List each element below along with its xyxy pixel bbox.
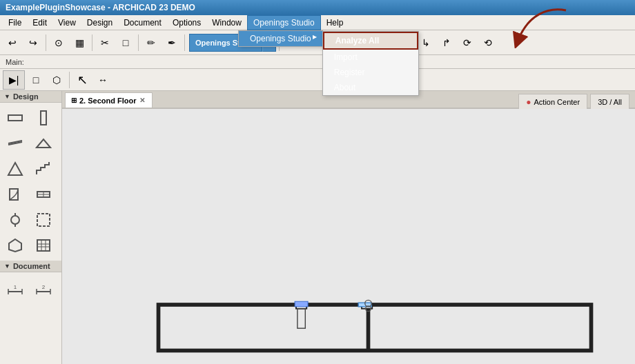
- title-bar: ExamplePluginShowcase - ARCHICAD 23 DEMO: [0, 0, 635, 15]
- secondary-toolbar: ▶| □ ⬡ ↖ ↔: [0, 69, 635, 91]
- tool-stair[interactable]: [31, 156, 56, 181]
- tool-curtain[interactable]: [31, 233, 56, 258]
- submenu-register[interactable]: Register: [323, 65, 418, 80]
- main-label: Main:: [0, 55, 635, 69]
- svg-marker-4: [37, 139, 50, 148]
- menu-help[interactable]: Help: [321, 15, 349, 30]
- document-label: Document: [13, 262, 50, 270]
- design-label: Design: [13, 92, 39, 101]
- svg-rect-13: [37, 214, 50, 226]
- left-sidebar: ▼ Design: [0, 91, 62, 364]
- menu-file[interactable]: File: [3, 15, 27, 30]
- toolbar2-play[interactable]: ▶|: [3, 70, 25, 90]
- svg-rect-31: [297, 309, 305, 329]
- toolbar-select-box[interactable]: □: [116, 33, 135, 52]
- tab-second-floor[interactable]: ⊞ 2. Second Floor ✕: [65, 92, 153, 108]
- svg-rect-28: [159, 305, 592, 351]
- tool-window[interactable]: [31, 182, 56, 207]
- document-tools: 1 2: [0, 272, 61, 303]
- tab-second-floor-label: 2. Second Floor: [79, 97, 137, 105]
- toolbar-sep-1: [46, 34, 46, 51]
- dropdown-container: Openings Studio Analyze All Import Regis…: [238, 30, 323, 47]
- tool-dim1[interactable]: 1: [3, 275, 28, 300]
- floor-plan-svg: [152, 292, 598, 357]
- document-chevron: ▼: [4, 263, 10, 270]
- menu-options[interactable]: Options: [167, 15, 206, 30]
- submenu-about[interactable]: About: [323, 80, 418, 95]
- tool-door[interactable]: [3, 182, 28, 207]
- toolbar2-sep: [69, 72, 70, 88]
- openings-studio-menu-label: Openings Studio: [250, 34, 311, 43]
- main-layout: ▼ Design: [0, 91, 635, 364]
- tab-action-center[interactable]: ● Action Center: [518, 94, 587, 109]
- toolbar-pen1[interactable]: ✏: [141, 33, 161, 52]
- action-center-icon: ●: [526, 97, 531, 107]
- tool-roof[interactable]: [3, 156, 28, 181]
- svg-point-10: [11, 216, 19, 224]
- action-center-label: Action Center: [534, 98, 580, 106]
- toolbar2-hex[interactable]: ⬡: [47, 70, 66, 90]
- toolbar-btn-r1[interactable]: ↳: [416, 33, 436, 52]
- toolbar2-arrow[interactable]: ↖: [72, 70, 92, 90]
- toolbar-sep-4: [184, 34, 185, 51]
- toolbar-btn-r4[interactable]: ⟲: [478, 33, 498, 52]
- menu-design[interactable]: Design: [81, 15, 118, 30]
- menu-document[interactable]: Document: [118, 15, 167, 30]
- tab-3d-all[interactable]: 3D / All: [590, 94, 629, 109]
- toolbar2-box[interactable]: □: [26, 70, 46, 90]
- svg-rect-15: [37, 240, 50, 251]
- svg-rect-1: [41, 111, 46, 125]
- menu-edit[interactable]: Edit: [27, 15, 52, 30]
- content-area: ⊞ 2. Second Floor ✕ ● Action Center 3D /…: [62, 91, 635, 364]
- svg-rect-36: [295, 301, 308, 307]
- tool-wall[interactable]: [3, 105, 28, 130]
- right-tabs: ● Action Center 3D / All: [518, 91, 635, 109]
- toolbar-btn-r3[interactable]: ⟳: [458, 33, 477, 52]
- menu-view[interactable]: View: [52, 15, 81, 30]
- submenu-import[interactable]: Import: [323, 50, 418, 65]
- toolbar-zoom-fit[interactable]: ⊙: [49, 33, 68, 52]
- menu-openings-studio[interactable]: Openings Studio: [247, 15, 321, 30]
- svg-rect-0: [8, 115, 22, 121]
- toolbar2-resize[interactable]: ↔: [93, 70, 113, 90]
- tool-object[interactable]: [3, 208, 28, 232]
- menu-window[interactable]: Window: [206, 15, 247, 30]
- toolbar-grid[interactable]: ▦: [70, 33, 89, 52]
- toolbar-redo[interactable]: ↪: [23, 33, 43, 52]
- design-chevron: ▼: [4, 93, 10, 100]
- tool-mesh[interactable]: [3, 233, 28, 258]
- toolbar-sep-3: [138, 34, 139, 51]
- design-tools: [0, 103, 61, 261]
- tool-slab[interactable]: [31, 131, 56, 156]
- toolbar-sep-2: [92, 34, 92, 51]
- svg-text:1: 1: [14, 284, 17, 290]
- svg-rect-6: [10, 189, 18, 200]
- menu-bar: File Edit View Design Document Options W…: [0, 15, 635, 30]
- tool-zone[interactable]: [31, 208, 56, 232]
- submenu-analyze-all[interactable]: Analyze All: [323, 32, 418, 50]
- toolbar-pen2[interactable]: ✒: [162, 33, 182, 52]
- design-section-title[interactable]: ▼ Design: [0, 91, 61, 103]
- tool-dim2[interactable]: 2: [31, 275, 56, 300]
- tool-beam[interactable]: [3, 131, 28, 156]
- tool-column[interactable]: [31, 105, 56, 130]
- menu-openings-studio-item[interactable]: Openings Studio Analyze All Import Regis…: [239, 31, 322, 46]
- svg-text:2: 2: [42, 284, 46, 290]
- toolbar-btn-r2[interactable]: ↱: [437, 33, 456, 52]
- svg-marker-14: [9, 239, 21, 252]
- drawing-area[interactable]: [62, 110, 635, 364]
- 3d-all-label: 3D / All: [598, 98, 622, 106]
- tab-close-button[interactable]: ✕: [139, 97, 145, 104]
- toolbar-cut[interactable]: ✂: [95, 33, 115, 52]
- toolbar-undo[interactable]: ↩: [3, 33, 22, 52]
- svg-marker-5: [8, 163, 22, 175]
- openings-studio-submenu: Analyze All Import Register About: [322, 31, 419, 96]
- tab-grid-icon: ⊞: [71, 97, 77, 104]
- title-text: ExamplePluginShowcase - ARCHICAD 23 DEMO: [6, 3, 195, 12]
- openings-studio-menu: Openings Studio Analyze All Import Regis…: [238, 30, 323, 47]
- document-section-title[interactable]: ▼ Document: [0, 261, 61, 272]
